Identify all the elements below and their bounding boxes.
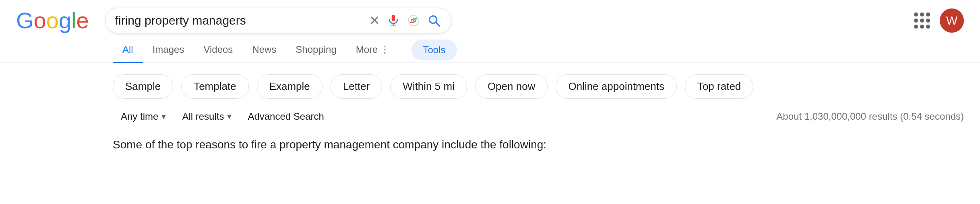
chip-open-now[interactable]: Open now <box>475 74 548 99</box>
search-icon <box>427 13 441 28</box>
chip-template[interactable]: Template <box>181 74 249 99</box>
voice-search-button[interactable] <box>387 14 400 27</box>
header-right: W <box>914 8 964 33</box>
result-snippet: Some of the top reasons to fire a proper… <box>0 134 980 159</box>
results-count: About 1,030,000,000 results (0.54 second… <box>776 111 964 122</box>
filters-row: Any time ▾ All results ▾ Advanced Search… <box>0 107 980 134</box>
nav-tabs: All Images Videos News Shopping More ⋮ T… <box>0 37 980 63</box>
tab-images[interactable]: Images <box>143 37 194 63</box>
chip-example[interactable]: Example <box>257 74 323 99</box>
logo-e: e <box>76 7 89 33</box>
any-time-dropdown[interactable]: Any time ▾ <box>113 107 174 126</box>
search-button[interactable] <box>427 13 441 28</box>
header: Google ✕ <box>0 0 980 33</box>
logo-l: l <box>71 7 76 33</box>
clear-button[interactable]: ✕ <box>369 13 380 28</box>
clear-icon: ✕ <box>369 13 380 28</box>
svg-rect-0 <box>391 15 395 21</box>
all-results-label: All results <box>182 111 224 122</box>
logo-g: G <box>16 7 34 33</box>
more-label: More <box>356 44 378 55</box>
tab-news[interactable]: News <box>242 37 286 63</box>
user-avatar[interactable]: W <box>940 8 964 33</box>
chip-sample[interactable]: Sample <box>113 74 173 99</box>
all-results-dropdown[interactable]: All results ▾ <box>174 107 240 126</box>
tab-all[interactable]: All <box>113 37 143 63</box>
tools-button[interactable]: Tools <box>411 40 457 60</box>
all-results-arrow-icon: ▾ <box>227 111 232 122</box>
chip-top-rated[interactable]: Top rated <box>685 74 753 99</box>
image-search-button[interactable] <box>407 14 420 27</box>
chip-online-appointments[interactable]: Online appointments <box>556 74 676 99</box>
more-dots-icon: ⋮ <box>380 44 390 55</box>
chip-letter[interactable]: Letter <box>331 74 382 99</box>
any-time-arrow-icon: ▾ <box>161 111 166 122</box>
lens-icon <box>407 14 420 27</box>
tab-shopping[interactable]: Shopping <box>286 37 346 63</box>
logo-g2: g <box>59 7 71 33</box>
any-time-label: Any time <box>121 111 158 122</box>
search-bar: ✕ <box>105 8 451 33</box>
apps-button[interactable] <box>914 12 928 29</box>
logo-o1: o <box>34 7 46 33</box>
search-input[interactable] <box>115 14 363 27</box>
tab-videos[interactable]: Videos <box>194 37 242 63</box>
svg-line-5 <box>436 22 439 26</box>
advanced-search-link[interactable]: Advanced Search <box>240 107 332 126</box>
chip-within5mi[interactable]: Within 5 mi <box>390 74 467 99</box>
logo-o2: o <box>46 7 59 33</box>
mic-icon <box>387 14 400 27</box>
google-logo[interactable]: Google <box>16 7 89 33</box>
tab-more[interactable]: More ⋮ <box>346 37 400 63</box>
filter-chips: Sample Template Example Letter Within 5 … <box>0 63 980 107</box>
grid-dots-icon <box>914 12 928 29</box>
